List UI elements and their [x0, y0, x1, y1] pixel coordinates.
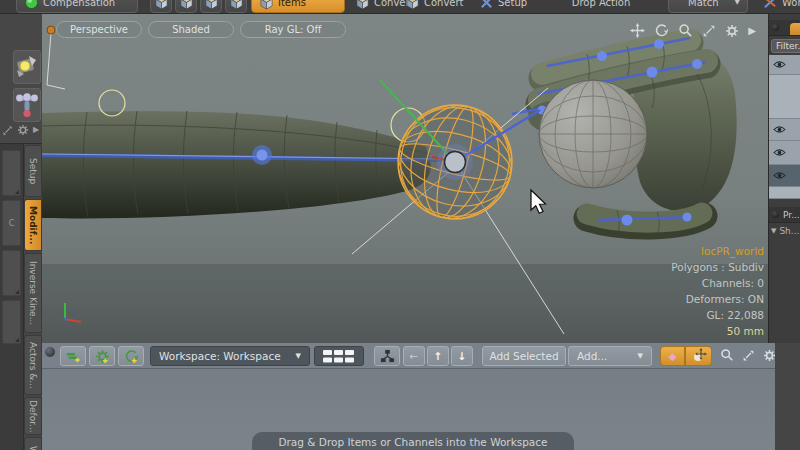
eye-icon[interactable] — [773, 60, 786, 69]
modo-application-window: Compensation Items Convert Convert Setup… — [0, 0, 800, 450]
layout-grid-button[interactable] — [314, 346, 364, 366]
compensation-sphere-icon — [24, 0, 39, 10]
add-channel-button[interactable] — [89, 346, 115, 366]
back-arrow-icon: ← — [410, 350, 419, 362]
compensation-label: Compensation — [43, 0, 115, 8]
sidebar-tab-inverse-kinematics[interactable]: Inverse Kine... — [24, 253, 42, 333]
dropzone-text: Drag & Drop Items or Channels into the W… — [278, 436, 547, 448]
character-rig-button[interactable] — [13, 88, 41, 122]
list-spacer[interactable] — [769, 187, 800, 199]
sidebar-tab-modifiers[interactable]: Modif... — [24, 199, 42, 251]
eye-icon[interactable] — [773, 148, 786, 157]
convert-button-2[interactable]: Convert — [398, 0, 468, 13]
locator-sphere-locPR-world[interactable] — [380, 80, 540, 231]
up-arrow-icon: ↑ — [434, 350, 443, 362]
add-dropdown[interactable]: Add... ▼ — [568, 346, 652, 366]
search-icon[interactable] — [720, 348, 734, 362]
arm-mesh[interactable] — [42, 111, 442, 218]
add-selected-button[interactable]: Add Selected — [482, 346, 566, 366]
nav-back-button[interactable]: ← — [403, 346, 425, 366]
preset-cube-button-1[interactable] — [150, 0, 172, 13]
workspace-selector-label: Workspace: Workspace — [159, 350, 281, 362]
gear-icon[interactable] — [725, 24, 739, 38]
panel-collapse-dot[interactable] — [772, 211, 779, 218]
add-link-icon — [65, 349, 81, 363]
add-link-button[interactable] — [60, 346, 86, 366]
convert-label: Convert — [424, 0, 464, 8]
drop-action-label: Drop Action — [572, 0, 631, 8]
world-label: World — [782, 0, 800, 8]
bottom-right-gutter — [775, 343, 800, 450]
flyout-arrow-icon[interactable]: ▶ — [33, 126, 39, 134]
keyframe-toggle-button[interactable]: ◆ — [660, 346, 685, 366]
shading-mode-selector[interactable]: Shaded — [148, 21, 234, 38]
shader-row[interactable]: ▼ Sh... — [769, 223, 800, 236]
disclosure-triangle-icon[interactable]: ▼ — [771, 227, 776, 235]
preset-cube-button-2[interactable] — [175, 0, 197, 13]
mouse-cursor — [531, 190, 546, 213]
add-modifier-button[interactable] — [118, 346, 144, 366]
list-item[interactable] — [769, 119, 800, 141]
sidebar-tab-deformers[interactable]: Defor... — [24, 397, 42, 435]
tool-well-1[interactable] — [2, 150, 21, 196]
cube-icon — [229, 0, 244, 10]
nav-down-button[interactable]: ↓ — [451, 346, 473, 366]
active-panel-tab[interactable] — [790, 23, 800, 36]
tab-label: Actors &... — [28, 342, 38, 389]
compensation-button[interactable]: Compensation — [16, 0, 138, 13]
sidebar-tab-actors[interactable]: Actors &... — [24, 335, 42, 395]
tab-label: Modif... — [28, 206, 38, 244]
preset-cube-button-4[interactable] — [225, 0, 247, 13]
move-tool-icon — [691, 348, 707, 364]
node-tree-icon — [380, 349, 395, 363]
gray-sphere-mesh[interactable] — [539, 80, 647, 188]
list-spacer[interactable] — [769, 75, 800, 119]
maximize-icon[interactable] — [742, 349, 755, 362]
pan-icon[interactable] — [630, 23, 645, 38]
list-item[interactable] — [769, 55, 800, 75]
orbit-icon[interactable] — [654, 23, 669, 38]
zoom-icon[interactable] — [678, 23, 693, 38]
eye-icon[interactable] — [773, 171, 786, 180]
sidebar-tab-setup[interactable]: Setup — [24, 145, 42, 197]
cube-icon — [204, 0, 219, 10]
item-list-filter-button[interactable]: Filter... — [771, 39, 800, 53]
maximize-icon[interactable] — [702, 24, 716, 38]
gear-icon[interactable] — [763, 349, 775, 362]
cube-icon — [259, 0, 274, 10]
left-icon-palette: ▶ — [0, 14, 42, 144]
render-light-button[interactable] — [13, 50, 41, 84]
items-tab[interactable]: Items — [251, 0, 345, 13]
floor-shade — [42, 264, 768, 343]
tab-label: Weig... — [28, 446, 38, 450]
flyout-arrow-icon[interactable]: ▶ — [748, 26, 756, 36]
move-tool-toggle-button[interactable] — [685, 346, 712, 366]
list-item-selected[interactable] — [769, 165, 800, 187]
match-dropdown[interactable]: Match ▼ — [668, 0, 748, 13]
tool-well-4[interactable] — [2, 300, 21, 344]
preset-cube-button-3[interactable] — [200, 0, 222, 13]
tool-well-3[interactable] — [2, 250, 21, 296]
drop-action-button[interactable]: Drop Action — [552, 0, 650, 13]
ray-gl-toggle[interactable]: Ray GL: Off — [240, 21, 346, 38]
sidebar-tab-weights[interactable]: Weig... — [24, 437, 42, 450]
world-button[interactable]: World — [756, 0, 800, 13]
setup-x-icon — [479, 0, 494, 10]
item-list-header — [769, 20, 800, 36]
eye-icon[interactable] — [773, 125, 786, 134]
view-mode-selector[interactable]: Perspective — [56, 21, 142, 38]
gear-icon[interactable] — [17, 124, 29, 136]
node-tree-button[interactable] — [374, 346, 400, 366]
info-channels: Channels: 0 — [671, 275, 764, 291]
maximize-icon[interactable] — [2, 125, 13, 136]
workspace-selector-dropdown[interactable]: Workspace: Workspace ▼ — [150, 346, 310, 366]
3d-viewport[interactable]: Perspective Shaded Ray GL: Off ▶ locPR_w… — [42, 14, 768, 343]
list-item[interactable] — [769, 141, 800, 165]
setup-button[interactable]: Setup — [472, 0, 544, 13]
panel-collapse-dot[interactable] — [45, 347, 55, 357]
tool-well-2[interactable]: C — [2, 200, 21, 246]
center-handle[interactable] — [445, 152, 466, 173]
info-polygons: Polygons : Subdiv — [671, 259, 764, 275]
nav-up-button[interactable]: ↑ — [427, 346, 449, 366]
panel-collapse-dot[interactable] — [772, 24, 779, 31]
